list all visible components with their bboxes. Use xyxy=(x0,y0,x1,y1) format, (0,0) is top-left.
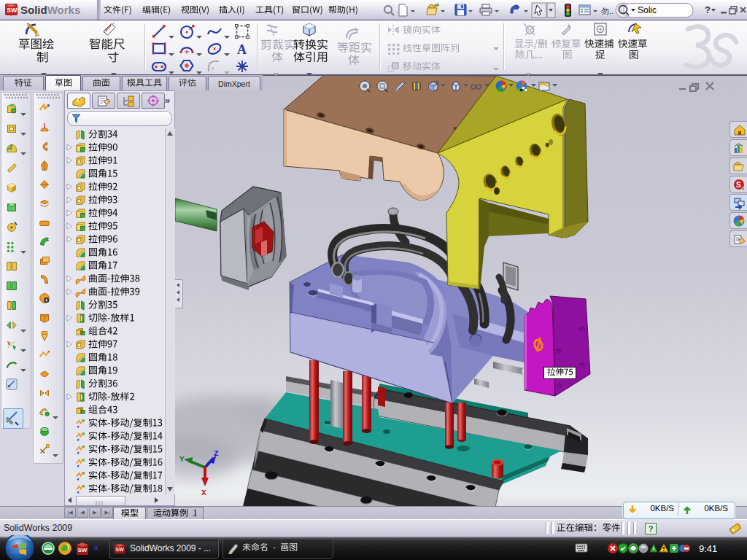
svg-text:勿..: 勿.. xyxy=(601,7,614,15)
svg-text:+: + xyxy=(567,22,571,30)
svg-text:SW: SW xyxy=(7,7,18,14)
svg-text:»: » xyxy=(93,542,98,553)
svg-text:A: A xyxy=(237,42,247,57)
svg-text:Z: Z xyxy=(214,449,219,458)
svg-text:SolidWorks: SolidWorks xyxy=(20,4,80,16)
svg-text:?: ? xyxy=(705,4,711,15)
svg-text:Solic: Solic xyxy=(638,5,657,15)
svg-text:SW: SW xyxy=(78,547,88,553)
svg-text:SW: SW xyxy=(115,547,124,553)
svg-text:X: X xyxy=(201,489,206,497)
svg-text:Y: Y xyxy=(179,455,185,464)
svg-text:S: S xyxy=(736,181,741,189)
